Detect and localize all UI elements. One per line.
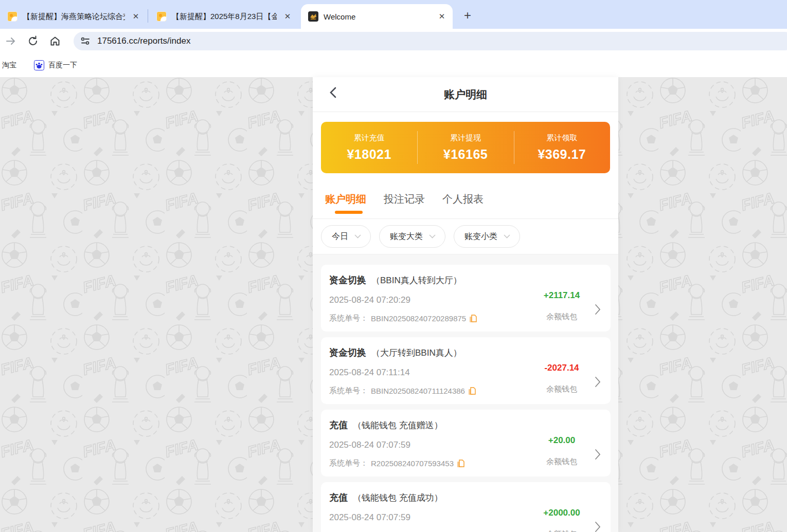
transaction-type: 资金切换 xyxy=(329,346,366,359)
browser-tab-strip: 【新提醒】海燕策略论坛综合交 ✕ 【新提醒】2025年8月23日【金 ✕ Wel… xyxy=(0,0,787,29)
bookmarks-bar: 淘宝 百度一下 xyxy=(0,53,787,77)
chevron-right-icon xyxy=(592,363,603,388)
tab-close-icon[interactable]: ✕ xyxy=(130,11,141,22)
home-icon[interactable] xyxy=(46,32,64,50)
reload-icon[interactable] xyxy=(24,32,42,50)
browser-tab-active[interactable]: Welcome ✕ xyxy=(301,4,453,29)
order-number: BBIN202508240720289875 xyxy=(371,314,466,323)
order-label: 系统单号： xyxy=(329,314,368,323)
bookmark-label: 淘宝 xyxy=(2,61,16,70)
chevron-down-icon xyxy=(429,234,436,239)
chevron-right-icon xyxy=(592,435,603,460)
tab-account-detail[interactable]: 账户明细 xyxy=(325,188,366,206)
wallet-label: 余额钱包 xyxy=(546,312,577,322)
report-tabs: 账户明细 投注记录 个人报表 xyxy=(313,185,618,219)
order-label: 系统单号： xyxy=(329,386,368,396)
chevron-right-icon xyxy=(592,508,603,532)
new-tab-button[interactable]: + xyxy=(459,7,476,25)
order-number: BBIN202508240711124386 xyxy=(371,387,465,395)
copy-icon[interactable] xyxy=(457,460,464,468)
account-detail-panel: 账户明细 累计充值 ¥18021 累计提现 ¥16165 累计领取 ¥369.1… xyxy=(313,77,618,532)
copy-icon[interactable] xyxy=(468,387,476,395)
transaction-datetime: 2025-08-24 07:07:59 xyxy=(329,440,531,450)
tab-title: Welcome xyxy=(324,12,431,21)
transaction-detail: （大厅转到BBIN真人） xyxy=(371,347,462,359)
stat-value: ¥18021 xyxy=(347,147,391,162)
tab-separator xyxy=(148,9,148,23)
mail-favicon-icon xyxy=(156,11,167,22)
stat-value: ¥16165 xyxy=(443,147,488,162)
transaction-card[interactable]: 资金切换 （BBIN真人转到大厅） 2025-08-24 07:20:29 系统… xyxy=(321,265,611,332)
transaction-datetime: 2025-08-24 07:20:29 xyxy=(329,295,531,305)
transaction-datetime: 2025-08-24 07:07:59 xyxy=(329,512,531,523)
stat-label: 累计领取 xyxy=(546,133,577,143)
transaction-detail: （BBIN真人转到大厅） xyxy=(371,274,462,286)
wallet-label: 余额钱包 xyxy=(546,529,577,532)
bookmark-taobao[interactable]: 淘宝 xyxy=(0,58,21,73)
active-tab-indicator xyxy=(335,211,363,214)
transaction-card[interactable]: 资金切换 （大厅转到BBIN真人） 2025-08-24 07:11:14 系统… xyxy=(321,337,611,404)
minor-type-dropdown[interactable]: 账变小类 xyxy=(454,225,520,248)
dragon-favicon-icon xyxy=(308,11,318,22)
site-settings-icon[interactable] xyxy=(80,35,91,47)
date-filter-dropdown[interactable]: 今日 xyxy=(321,225,371,248)
baidu-paw-icon xyxy=(34,60,44,70)
filter-row: 今日 账变大类 账变小类 xyxy=(313,219,618,254)
back-icon[interactable] xyxy=(328,86,344,102)
stat-label: 累计充值 xyxy=(354,133,385,143)
tab-title: 【新提醒】海燕策略论坛综合交 xyxy=(23,12,125,22)
chevron-down-icon xyxy=(504,234,510,239)
copy-icon[interactable] xyxy=(469,315,477,323)
wallet-label: 余额钱包 xyxy=(546,384,577,394)
total-deposit: 累计充值 ¥18021 xyxy=(321,122,417,173)
tab-close-icon[interactable]: ✕ xyxy=(282,11,293,22)
tab-personal-report[interactable]: 个人报表 xyxy=(442,188,484,206)
chevron-right-icon xyxy=(592,290,603,315)
stat-value: ¥369.17 xyxy=(538,147,586,162)
filter-label: 账变大类 xyxy=(390,231,423,242)
wallet-label: 余额钱包 xyxy=(546,457,577,467)
order-label: 系统单号： xyxy=(329,458,368,468)
transaction-card[interactable]: 充值 （钱能钱包 充值赠送） 2025-08-24 07:07:59 系统单号：… xyxy=(321,410,611,476)
page-header: 账户明细 xyxy=(313,77,618,112)
transaction-amount: +2000.00 xyxy=(543,508,580,518)
transaction-type: 充值 xyxy=(329,491,348,504)
transaction-amount: -2027.14 xyxy=(544,363,579,373)
tab-title: 【新提醒】2025年8月23日【金 xyxy=(172,12,277,22)
mail-favicon-icon xyxy=(7,11,17,22)
transaction-datetime: 2025-08-24 07:11:14 xyxy=(329,368,531,378)
page-content: FIFA xyxy=(0,77,787,532)
transaction-amount: +2117.14 xyxy=(544,290,580,301)
tab-bet-records[interactable]: 投注记录 xyxy=(384,188,425,206)
browser-tab-1[interactable]: 【新提醒】海燕策略论坛综合交 ✕ xyxy=(0,4,147,29)
page-title: 账户明细 xyxy=(313,77,618,112)
stat-label: 累计提现 xyxy=(450,133,481,143)
tab-close-icon[interactable]: ✕ xyxy=(436,11,448,22)
transaction-list: 资金切换 （BBIN真人转到大厅） 2025-08-24 07:20:29 系统… xyxy=(313,254,618,532)
address-bar[interactable]: 175616.cc/reports/index xyxy=(74,32,787,50)
transaction-detail: （钱能钱包 充值成功） xyxy=(353,492,443,504)
total-claimed: 累计领取 ¥369.17 xyxy=(514,122,610,173)
chevron-down-icon xyxy=(354,234,361,239)
transaction-detail: （钱能钱包 充值赠送） xyxy=(353,419,443,431)
browser-tab-2[interactable]: 【新提醒】2025年8月23日【金 ✕ xyxy=(149,4,298,29)
bookmark-label: 百度一下 xyxy=(48,61,77,70)
forward-icon[interactable] xyxy=(2,32,20,50)
filter-label: 账变小类 xyxy=(464,231,497,242)
major-type-dropdown[interactable]: 账变大类 xyxy=(379,225,445,248)
total-withdraw: 累计提现 ¥16165 xyxy=(417,122,513,173)
browser-toolbar: 175616.cc/reports/index xyxy=(0,29,787,53)
url-text[interactable]: 175616.cc/reports/index xyxy=(97,36,190,46)
bookmark-baidu[interactable]: 百度一下 xyxy=(30,57,81,74)
order-number: R202508240707593453 xyxy=(371,459,454,468)
transaction-amount: +20.00 xyxy=(548,435,575,446)
transaction-type: 充值 xyxy=(329,419,348,431)
totals-card: 累计充值 ¥18021 累计提现 ¥16165 累计领取 ¥369.17 xyxy=(321,122,610,173)
filter-label: 今日 xyxy=(332,231,348,242)
transaction-card[interactable]: 充值 （钱能钱包 充值成功） 2025-08-24 07:07:59 +2000… xyxy=(321,482,611,532)
transaction-type: 资金切换 xyxy=(329,274,366,286)
